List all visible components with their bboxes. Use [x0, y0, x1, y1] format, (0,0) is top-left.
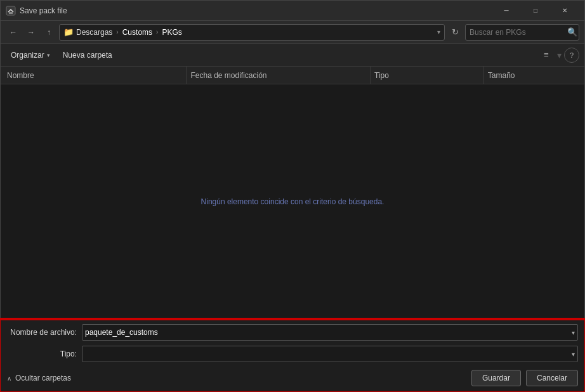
- up-button[interactable]: ↑: [41, 25, 56, 40]
- breadcrumb-arrow-2: ›: [156, 29, 158, 36]
- address-chevron-icon: ▾: [437, 29, 440, 36]
- refresh-button[interactable]: ↻: [447, 25, 463, 40]
- tipo-chevron-icon[interactable]: ▾: [572, 351, 575, 358]
- tipo-input[interactable]: [85, 350, 572, 358]
- breadcrumb-customs: Customs: [122, 28, 152, 37]
- tipo-input-wrapper: ▾: [82, 346, 578, 362]
- view-icon: ≡: [544, 50, 549, 60]
- hide-folders-chevron-icon: ∧: [7, 375, 11, 382]
- hide-folders-label: Ocultar carpetas: [15, 374, 71, 382]
- nav-bar: ← → ↑ 📁 Descargas › Customs › PKGs ▾ ↻ 🔍: [1, 21, 584, 44]
- breadcrumb-pkgs: PKGs: [162, 28, 181, 37]
- address-bar[interactable]: 📁 Descargas › Customs › PKGs ▾: [59, 24, 445, 41]
- file-area: Ningún elemento coincide con el criterio…: [1, 84, 584, 319]
- tipo-row: Tipo: ▾: [1, 344, 584, 366]
- window-title: Save pack file: [20, 6, 492, 15]
- window-icon: [6, 6, 16, 16]
- bottom-panel: Nombre de archivo: ▾ Tipo: ▾ ∧ Ocultar c…: [1, 319, 584, 391]
- action-buttons: Guardar Cancelar: [471, 370, 578, 386]
- svg-rect-1: [9, 12, 13, 14]
- view-toggle-button[interactable]: ≡: [538, 47, 555, 63]
- minimize-button[interactable]: ─: [492, 1, 521, 21]
- folder-icon: 📁: [63, 27, 74, 37]
- help-button[interactable]: ?: [564, 48, 579, 63]
- button-row: ∧ Ocultar carpetas Guardar Cancelar: [1, 366, 584, 391]
- cancel-button[interactable]: Cancelar: [526, 370, 578, 386]
- col-fecha-header[interactable]: Fecha de modificación: [186, 67, 369, 84]
- col-tipo-header[interactable]: Tipo: [370, 67, 483, 84]
- new-folder-label: Nueva carpeta: [63, 51, 112, 60]
- filename-input[interactable]: [85, 328, 572, 337]
- title-bar: Save pack file ─ □ ✕: [1, 1, 584, 21]
- column-headers: Nombre Fecha de modificación Tipo Tamaño: [1, 67, 584, 84]
- view-separator: ▾: [557, 50, 562, 60]
- col-tamano-header[interactable]: Tamaño: [483, 67, 579, 84]
- hide-folders-toggle[interactable]: ∧ Ocultar carpetas: [7, 374, 71, 382]
- breadcrumb-descargas: Descargas: [76, 28, 112, 37]
- close-button[interactable]: ✕: [550, 1, 579, 21]
- col-nombre-header[interactable]: Nombre: [6, 67, 186, 84]
- help-label: ?: [570, 51, 574, 59]
- breadcrumb-arrow-1: ›: [116, 29, 118, 36]
- search-input[interactable]: [470, 28, 565, 37]
- new-folder-button[interactable]: Nueva carpeta: [58, 47, 117, 63]
- organize-button[interactable]: Organizar ▾: [6, 47, 55, 63]
- organize-chevron-icon: ▾: [47, 52, 50, 58]
- back-button[interactable]: ←: [6, 25, 21, 40]
- save-dialog-window: Save pack file ─ □ ✕ ← → ↑ 📁 Descargas ›…: [0, 0, 585, 392]
- organize-label: Organizar: [11, 51, 44, 60]
- save-button[interactable]: Guardar: [471, 370, 521, 386]
- filename-input-wrapper: ▾: [82, 324, 578, 341]
- maximize-button[interactable]: □: [521, 1, 550, 21]
- forward-button[interactable]: →: [23, 25, 39, 40]
- empty-message: Ningún elemento coincide con el criterio…: [201, 197, 385, 206]
- window-controls: ─ □ ✕: [492, 1, 579, 21]
- filename-row: Nombre de archivo: ▾: [1, 320, 584, 344]
- tipo-label: Tipo:: [7, 350, 77, 358]
- filename-label: Nombre de archivo:: [7, 328, 77, 337]
- search-box: 🔍: [465, 24, 579, 41]
- toolbar: Organizar ▾ Nueva carpeta ≡ ▾ ?: [1, 44, 584, 67]
- search-icon: 🔍: [567, 27, 577, 37]
- filename-chevron-icon[interactable]: ▾: [572, 329, 575, 336]
